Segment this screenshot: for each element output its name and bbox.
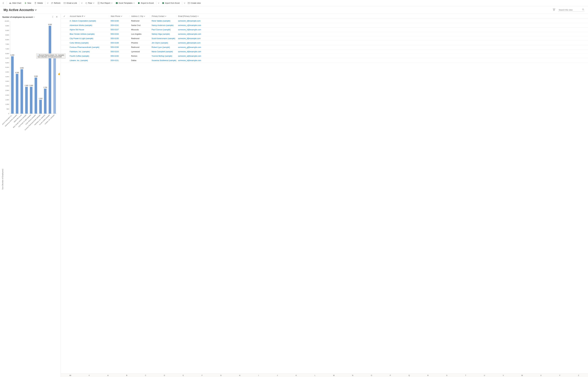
alpha-f[interactable]: F: [193, 374, 212, 377]
back-button[interactable]: [1, 1, 6, 5]
contact-link[interactable]: Scott Konersmann (sample): [152, 37, 175, 39]
table-row[interactable]: Alpine Ski House555-0157MissoulaPaul Can…: [61, 27, 588, 32]
phone-link[interactable]: 555-0156: [111, 46, 119, 48]
alpha-v[interactable]: V: [494, 374, 513, 377]
account-name-link[interactable]: Fabrikam, Inc. (sample): [70, 50, 90, 53]
column-header-contact[interactable]: Primary Contact: [150, 15, 176, 17]
alpha-d[interactable]: D: [155, 374, 174, 377]
bar[interactable]: [16, 74, 18, 114]
alpha-g[interactable]: G: [212, 374, 230, 377]
bar[interactable]: [48, 26, 51, 114]
phone-link[interactable]: 555-0150: [111, 55, 119, 57]
account-name-link[interactable]: Adventure Works (sample): [70, 24, 92, 26]
email-link[interactable]: someone_i@example.com: [178, 20, 200, 22]
email-link[interactable]: someone_d@example.com: [178, 50, 201, 53]
alpha-b[interactable]: B: [117, 374, 136, 377]
phone-link[interactable]: 555-0154: [111, 33, 119, 35]
table-row[interactable]: A. Datum Corporation (sample)555-0158Red…: [61, 19, 588, 23]
bar-chart[interactable]: 05001,0001,5002,0002,5003,0003,5004,0004…: [2, 20, 59, 376]
email-link[interactable]: someone_c@example.com: [178, 24, 201, 26]
account-name-link[interactable]: Fourth Coffee (sample): [70, 55, 89, 57]
bar[interactable]: [21, 69, 23, 114]
phone-link[interactable]: 555-0158: [111, 20, 119, 22]
create-view-button[interactable]: Create view: [186, 1, 202, 5]
import-excel-button[interactable]: Import from Excel: [160, 1, 181, 5]
contact-link[interactable]: Sidney Higa (sample): [152, 33, 170, 35]
bar[interactable]: [53, 58, 56, 114]
import-excel-dropdown[interactable]: [183, 1, 186, 5]
alpha-i[interactable]: I: [249, 374, 268, 377]
table-row[interactable]: Adventure Works (sample)555-0152Santa Cr…: [61, 23, 588, 27]
contact-link[interactable]: Maria Campbell (sample): [152, 50, 173, 53]
chart-selector[interactable]: Number of employees by account: [2, 16, 35, 18]
contact-link[interactable]: Paul Cannon (sample): [152, 29, 170, 31]
table-row[interactable]: City Power & Light (sample)555-0155Redmo…: [61, 36, 588, 41]
email-link-button[interactable]: Email a Link: [62, 1, 78, 5]
table-row[interactable]: Fabrikam, Inc. (sample)555-0153LynnwoodM…: [61, 49, 588, 54]
table-row[interactable]: Litware, Inc. (sample)555-0151DallasSusa…: [61, 58, 588, 63]
alpha-o[interactable]: O: [362, 374, 381, 377]
contact-link[interactable]: Jim Glynn (sample): [152, 42, 168, 44]
alpha-t[interactable]: T: [456, 374, 475, 377]
account-name-link[interactable]: Litware, Inc. (sample): [70, 59, 88, 61]
alpha-x[interactable]: X: [531, 374, 550, 377]
select-all-checkbox[interactable]: ✓: [61, 15, 68, 17]
bar[interactable]: [25, 87, 28, 114]
excel-templates-button[interactable]: X Excel Templates: [114, 1, 136, 5]
account-name-link[interactable]: Blue Yonder Airlines (sample): [70, 33, 94, 35]
account-name-link[interactable]: Contoso Pharmaceuticals (sample): [70, 46, 99, 48]
account-name-link[interactable]: Alpine Ski House: [70, 29, 84, 31]
contact-link[interactable]: Yvonne McKay (sample): [152, 55, 172, 57]
phone-link[interactable]: 555-0157: [111, 29, 119, 31]
account-name-link[interactable]: A. Datum Corporation (sample): [70, 20, 96, 22]
flow-button[interactable]: Flow: [83, 1, 96, 5]
alpha-c[interactable]: C: [136, 374, 155, 377]
alpha-y[interactable]: Y: [550, 374, 569, 377]
view-selector[interactable]: My Active Accounts: [3, 8, 37, 12]
column-header-city[interactable]: Address 1: City: [129, 15, 150, 17]
search-input[interactable]: [558, 8, 585, 12]
alpha-w[interactable]: W: [513, 374, 531, 377]
phone-link[interactable]: 555-0152: [111, 24, 119, 26]
table-row[interactable]: Coho Winery (sample)555-0159PhoenixJim G…: [61, 41, 588, 45]
column-header-phone[interactable]: Main Phone: [109, 15, 129, 17]
alpha-k[interactable]: K: [287, 374, 306, 377]
table-row[interactable]: Blue Yonder Airlines (sample)555-0154Los…: [61, 32, 588, 36]
phone-link[interactable]: 555-0151: [111, 59, 119, 61]
alpha-z[interactable]: Z: [569, 374, 588, 377]
export-excel-button[interactable]: Export to Excel: [137, 1, 155, 5]
refresh-button[interactable]: Refresh: [49, 1, 62, 5]
phone-link[interactable]: 555-0153: [111, 50, 119, 53]
contact-link[interactable]: Nancy Anderson (sample): [152, 24, 174, 26]
alpha-h[interactable]: H: [230, 374, 249, 377]
run-report-button[interactable]: Run Report: [96, 1, 114, 5]
alpha-u[interactable]: U: [475, 374, 494, 377]
alpha-l[interactable]: L: [306, 374, 324, 377]
account-name-link[interactable]: City Power & Light (sample): [70, 37, 93, 39]
table-row[interactable]: Contoso Pharmaceuticals (sample)555-0156…: [61, 45, 588, 49]
alpha-s[interactable]: S: [437, 374, 456, 377]
email-link[interactable]: someone_e@example.com: [178, 33, 201, 35]
new-button[interactable]: New: [23, 1, 33, 5]
email-link[interactable]: someone_f@example.com: [178, 37, 201, 39]
email-link[interactable]: someone_a@example.com: [178, 55, 201, 57]
alpha-#[interactable]: #: [80, 374, 99, 377]
alpha-n[interactable]: N: [343, 374, 362, 377]
email-link[interactable]: someone_h@example.com: [178, 29, 201, 31]
alpha-r[interactable]: R: [419, 374, 437, 377]
delete-dropdown[interactable]: [46, 1, 49, 5]
email-link[interactable]: someone_j@example.com: [178, 42, 200, 44]
delete-button[interactable]: Delete: [33, 1, 44, 5]
bar[interactable]: [35, 78, 37, 114]
email-link[interactable]: someone_g@example.com: [178, 46, 201, 48]
contact-link[interactable]: Susanna Stubberod (sample): [152, 59, 176, 61]
bar[interactable]: [11, 56, 14, 114]
alpha-j[interactable]: J: [268, 374, 287, 377]
chart-close-button[interactable]: [55, 15, 59, 19]
email-link-dropdown[interactable]: [80, 1, 83, 5]
alpha-q[interactable]: Q: [400, 374, 419, 377]
table-row[interactable]: Fourth Coffee (sample)555-0150RentonYvon…: [61, 54, 588, 58]
alpha-all[interactable]: All: [61, 374, 80, 377]
column-header-email[interactable]: Email (Primary Contact): [176, 15, 588, 17]
contact-link[interactable]: Rene Valdes (sample): [152, 20, 170, 22]
